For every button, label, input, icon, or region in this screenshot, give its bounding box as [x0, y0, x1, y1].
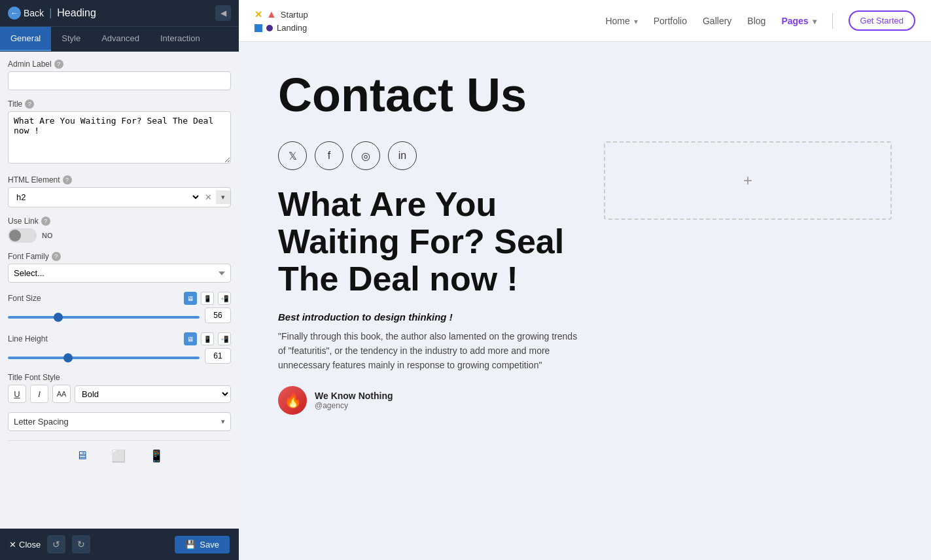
facebook-icon[interactable]: f: [315, 141, 343, 170]
tab-advanced[interactable]: Advanced: [91, 27, 150, 51]
use-link-group: Use Link ? NO: [8, 217, 231, 243]
panel-footer: ✕ Close ↺ ↻ 💾 Save: [0, 529, 239, 560]
line-height-slider-wrap: [8, 350, 200, 362]
letter-spacing-group: Letter Spacing ▾: [8, 412, 231, 431]
close-x-icon: ✕: [9, 540, 16, 550]
title-help-icon[interactable]: ?: [25, 99, 34, 109]
device-row: 🖥 ⬜ 📱: [8, 440, 231, 471]
lh-tablet-icon[interactable]: 📱: [201, 332, 214, 345]
brand-triangle-icon: ▲: [266, 9, 277, 20]
redo-button[interactable]: ↻: [72, 535, 90, 553]
mobile-device-btn[interactable]: 📱: [144, 446, 169, 466]
back-button[interactable]: ← Back: [8, 7, 44, 20]
close-label: Close: [19, 540, 41, 550]
top-nav: ✕ ▲ Startup Landing Home ▾ Portfolio Gal…: [239, 0, 931, 42]
html-element-select[interactable]: h2 h1 h3 p: [9, 188, 201, 207]
font-family-select-wrap: Select...: [8, 264, 231, 283]
html-element-arrow-btn[interactable]: ▾: [216, 190, 230, 204]
admin-label-input[interactable]: [8, 71, 231, 90]
font-size-group: Font Size 🖥 📱 📲 56: [8, 292, 231, 323]
use-link-help-icon[interactable]: ?: [41, 217, 50, 226]
brand-landing-row: Landing: [255, 23, 308, 33]
uppercase-button[interactable]: AA: [52, 385, 71, 403]
line-height-slider-row: 61: [8, 348, 231, 364]
desktop-icon[interactable]: 🖥: [184, 292, 197, 305]
line-height-slider[interactable]: [8, 357, 200, 359]
nav-links: Home ▾ Portfolio Gallery Blog Pages ▾ Ge…: [605, 10, 915, 31]
tab-general[interactable]: General: [0, 27, 51, 51]
add-widget-area[interactable]: +: [604, 141, 892, 220]
back-arrow-icon: ←: [8, 7, 21, 20]
use-link-toggle-row: NO: [8, 228, 231, 243]
left-panel: ← Back | Heading ◀ General Style Advance…: [0, 0, 239, 560]
font-size-value[interactable]: 56: [205, 307, 231, 323]
nav-portfolio[interactable]: Portfolio: [654, 16, 687, 26]
nav-blog[interactable]: Blog: [747, 16, 765, 26]
save-button[interactable]: 💾 Save: [175, 536, 230, 553]
linkedin-icon[interactable]: in: [388, 141, 417, 170]
font-family-help-icon[interactable]: ?: [52, 252, 61, 261]
mobile-icon[interactable]: 📲: [218, 292, 231, 305]
title-textarea[interactable]: What Are You Waiting For? Seal The Deal …: [8, 111, 231, 164]
header-separator: |: [49, 7, 52, 19]
author-row: 🔥 We Know Nothing @agency: [278, 386, 578, 415]
line-height-responsive-icons: 🖥 📱 📲: [184, 332, 231, 345]
tablet-device-btn[interactable]: ⬜: [106, 446, 131, 466]
letter-spacing-arrow-icon: ▾: [216, 413, 230, 430]
tabs-bar: General Style Advanced Interaction: [0, 27, 239, 52]
title-field-group: Title ? What Are You Waiting For? Seal T…: [8, 99, 231, 166]
pages-dropdown-icon: ▾: [813, 17, 817, 26]
lh-mobile-icon[interactable]: 📲: [218, 332, 231, 345]
html-element-group: HTML Element ? h2 h1 h3 p ✕ ▾: [8, 175, 231, 207]
font-weight-select[interactable]: Bold Normal Light: [75, 385, 231, 403]
line-height-group: Line Height 🖥 📱 📲 61: [8, 332, 231, 364]
line-height-label: Line Height: [8, 334, 48, 343]
lh-desktop-icon[interactable]: 🖥: [184, 332, 197, 345]
instagram-icon[interactable]: ◎: [351, 141, 380, 170]
content-two-col: 𝕏 f ◎ in What Are You Waiting For? Seal …: [278, 141, 892, 415]
collapse-panel-button[interactable]: ◀: [215, 5, 231, 21]
admin-label-help-icon[interactable]: ?: [54, 60, 63, 69]
nav-gallery[interactable]: Gallery: [703, 16, 731, 26]
get-started-button[interactable]: Get Started: [849, 10, 915, 31]
left-col: 𝕏 f ◎ in What Are You Waiting For? Seal …: [278, 141, 578, 415]
nav-divider: [832, 13, 833, 29]
title-font-style-group: Title Font Style U I AA Bold Normal Ligh…: [8, 373, 231, 403]
twitter-icon[interactable]: 𝕏: [278, 141, 307, 170]
undo-button[interactable]: ↺: [47, 535, 65, 553]
brand-dot-icon: [266, 25, 273, 31]
contact-title: Contact Us: [278, 68, 892, 122]
font-family-group: Font Family ? Select...: [8, 252, 231, 283]
tab-interaction[interactable]: Interaction: [150, 27, 211, 51]
letter-spacing-dropdown[interactable]: Letter Spacing ▾: [8, 412, 231, 431]
font-size-slider-row: 56: [8, 307, 231, 323]
nav-pages[interactable]: Pages ▾: [781, 16, 816, 26]
brand-logos: ✕ ▲ Startup Landing: [255, 9, 308, 33]
line-height-value[interactable]: 61: [205, 348, 231, 364]
font-style-row: U I AA Bold Normal Light: [8, 385, 231, 403]
underline-button[interactable]: U: [8, 385, 26, 403]
subtitle-text: Best introduction to design thinking !: [278, 311, 578, 323]
html-element-clear-btn[interactable]: ✕: [201, 190, 216, 205]
font-size-label-row: Font Size 🖥 📱 📲: [8, 292, 231, 305]
toggle-no-label: NO: [42, 232, 53, 239]
desktop-device-btn[interactable]: 🖥: [71, 446, 93, 466]
font-family-label: Font Family ?: [8, 252, 231, 261]
panel-content: Admin Label ? Title ? What Are You Waiti…: [0, 52, 239, 529]
nav-home[interactable]: Home ▾: [605, 16, 637, 26]
author-handle: @agency: [315, 401, 393, 410]
font-family-select[interactable]: Select...: [8, 264, 231, 283]
admin-label-group: Admin Label ?: [8, 60, 231, 90]
save-icon: 💾: [185, 540, 196, 550]
italic-button[interactable]: I: [30, 385, 48, 403]
html-element-help-icon[interactable]: ?: [63, 175, 72, 184]
font-size-slider[interactable]: [8, 316, 200, 319]
use-link-toggle[interactable]: [8, 228, 37, 243]
admin-label-label: Admin Label ?: [8, 60, 231, 69]
author-info: We Know Nothing @agency: [315, 391, 393, 410]
line-height-label-row: Line Height 🖥 📱 📲: [8, 332, 231, 345]
tablet-icon[interactable]: 📱: [201, 292, 214, 305]
close-button[interactable]: ✕ Close: [9, 540, 41, 550]
tab-style[interactable]: Style: [51, 27, 91, 51]
home-dropdown-icon: ▾: [634, 17, 638, 26]
